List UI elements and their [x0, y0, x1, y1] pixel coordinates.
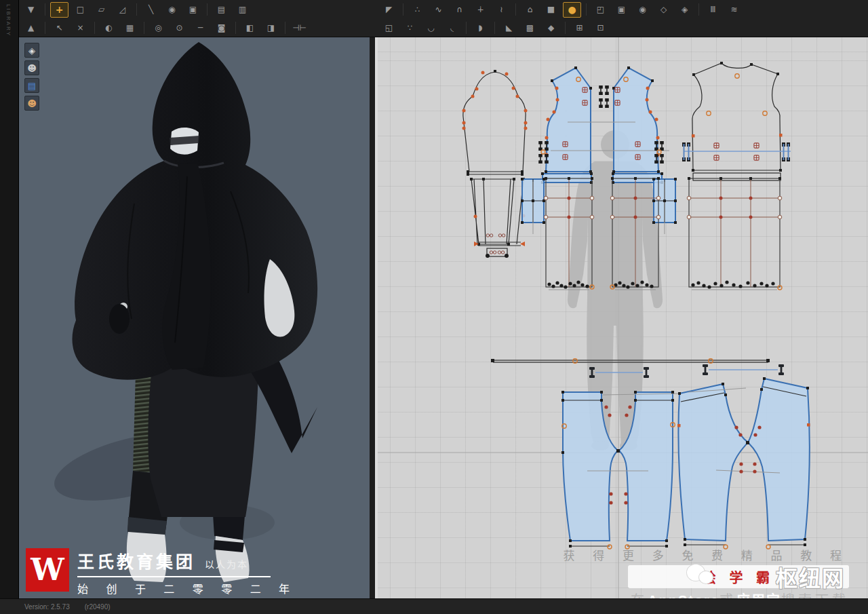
- free-sewing-icon[interactable]: ◡: [422, 20, 440, 36]
- garment-display-icon[interactable]: ▣: [184, 2, 202, 18]
- status-bar: Version: 2.5.73 (r20490): [0, 598, 868, 614]
- pattern-piece-side-panel-left[interactable]: [521, 178, 545, 234]
- toolbar-separator: [698, 3, 699, 16]
- edit-pattern-icon[interactable]: ∴: [408, 2, 427, 18]
- grading-icon[interactable]: ⊞: [570, 20, 589, 36]
- toolbar-separator: [45, 3, 45, 16]
- internal-rectangle-icon[interactable]: ▣: [612, 2, 631, 18]
- arrangement-pants-icon[interactable]: ▥: [233, 2, 252, 18]
- toolbar-3d-row1: ▼+□▱◿╲◉▣▤▥: [20, 1, 253, 18]
- watermark-left: W 王氏教育集团 以人为本 始 创 于 二 零 零 二 年: [26, 548, 297, 596]
- brush-icon[interactable]: ◉: [163, 2, 181, 18]
- edit-curve-point-icon[interactable]: ∩: [450, 2, 469, 18]
- polygon-tool-icon[interactable]: ⌂: [521, 2, 539, 18]
- edit-sewing-icon[interactable]: ◱: [380, 20, 398, 36]
- toolbar-separator: [136, 3, 137, 16]
- appstore-text: AppStore: [648, 593, 719, 598]
- symmetry-icon[interactable]: ⊣⊢: [290, 20, 309, 36]
- pleats-fold-icon[interactable]: ≋: [725, 2, 743, 18]
- transform-pattern-icon[interactable]: ◤: [380, 2, 398, 18]
- toolbar-separator: [494, 22, 495, 34]
- flatten-left-icon[interactable]: ◧: [241, 20, 259, 36]
- toolbar-separator: [207, 3, 208, 16]
- toolbar-separator: [466, 22, 467, 34]
- watermark-right: 获 得 更 多 免 费 精 品 教 程 绘 学 霸 枢纽网 在AppStore或…: [563, 546, 849, 598]
- wang-education-logo: W: [26, 548, 69, 592]
- watermark-title: 王氏教育集团: [77, 548, 195, 573]
- toolbar-separator: [45, 22, 45, 34]
- internal-circle-icon[interactable]: ◉: [633, 2, 652, 18]
- rectangle-tool-icon[interactable]: ■: [542, 2, 560, 18]
- tack-arrow-icon[interactable]: ◣: [500, 20, 518, 36]
- fastener-marks-back: [682, 142, 790, 161]
- base-line-icon[interactable]: ◈: [675, 2, 694, 18]
- lasso-select-icon[interactable]: ▱: [92, 2, 111, 18]
- pattern-2d-window[interactable]: .pout{fill:none;stroke:#2b2b2b;stroke-wi…: [375, 37, 868, 598]
- pattern-piece-pants-back[interactable]: [677, 377, 810, 549]
- library-side-strip[interactable]: LIBRARY: [0, 0, 19, 598]
- buttonhole-icon[interactable]: ◎: [149, 20, 167, 36]
- pattern-map-icon[interactable]: ▦: [121, 20, 139, 36]
- toolbar-separator: [285, 22, 285, 34]
- fabric-strain-icon[interactable]: ◐: [100, 20, 118, 36]
- pattern-piece-bodice-front-right[interactable]: [612, 66, 660, 173]
- toolbar-separator: [94, 22, 95, 34]
- avatar-3d-render[interactable]: [19, 37, 370, 598]
- toolbar-separator: [235, 22, 236, 34]
- circle-tool-icon[interactable]: ●: [563, 2, 581, 18]
- toolbar-separator: [565, 22, 566, 34]
- pleats-icon[interactable]: Ⅲ: [704, 2, 722, 18]
- dart-polygon-icon[interactable]: ◰: [591, 2, 610, 18]
- move-pattern-icon[interactable]: ◆: [542, 20, 560, 36]
- scissors-icon[interactable]: ×: [71, 20, 90, 36]
- tack-on-avatar-icon[interactable]: ↖: [50, 20, 68, 36]
- button-icon[interactable]: ⊙: [170, 20, 189, 36]
- show-garment-button[interactable]: ◈: [24, 43, 39, 58]
- edit-curvature-icon[interactable]: ∿: [429, 2, 448, 18]
- box-select-icon[interactable]: □: [71, 2, 90, 18]
- select-move-icon[interactable]: +: [50, 2, 68, 18]
- pattern-canvas[interactable]: .pout{fill:none;stroke:#2b2b2b;stroke-wi…: [375, 37, 868, 598]
- viewport-display-buttons: ◈☻▤☻: [24, 43, 39, 111]
- site-name: 枢纽网: [776, 561, 845, 592]
- add-point-icon[interactable]: ∔: [471, 2, 490, 18]
- watermark-brand-band: 绘 学 霸 枢纽网: [628, 565, 849, 588]
- pattern-piece-gauntlet[interactable]: [470, 178, 526, 258]
- watermark-divider: [77, 576, 271, 577]
- pin-icon[interactable]: ╲: [142, 2, 160, 18]
- top-toolbar: ▼+□▱◿╲◉▣▤▥ ▲↖×◐▦◎⊙─◙◧◨⊣⊢ ◤∴∿∩∔≀⌂■●◰▣◉◇◈Ⅲ…: [0, 0, 868, 37]
- fabric-texture-icon[interactable]: ▩: [521, 20, 539, 36]
- tack-sewing-icon[interactable]: ∵: [401, 20, 419, 36]
- pattern-piece-bodice-back[interactable]: [682, 62, 791, 180]
- yingyongbao-text: 应用宝: [736, 593, 781, 598]
- grading-edit-icon[interactable]: ⊡: [591, 20, 610, 36]
- pin-lock-icon[interactable]: ◙: [212, 20, 231, 36]
- simulate-icon[interactable]: ▼: [22, 2, 40, 18]
- pattern-piece-bodice-front-left[interactable]: [545, 66, 592, 173]
- mn-sewing-icon[interactable]: ◟: [443, 20, 461, 36]
- watermark-subtitle: 始 创 于 二 零 零 二 年: [77, 580, 297, 596]
- or-text: 或: [719, 593, 736, 598]
- version-label: Version: 2.5.73: [24, 603, 70, 611]
- flatten-right-icon[interactable]: ◨: [262, 20, 280, 36]
- viewport-3d[interactable]: ◈☻▤☻ W 王氏教育集团 以人为本 始 创 于 二 零 零 二 年: [19, 37, 370, 598]
- pattern-piece-sleeve[interactable]: [462, 70, 528, 176]
- add-curve-point-icon[interactable]: ≀: [492, 2, 511, 18]
- download-text: 在: [631, 593, 648, 598]
- pattern-piece-skirt-back[interactable]: [687, 177, 782, 290]
- avatar-skin-button[interactable]: ☻: [24, 96, 39, 111]
- watermark-tagline: 以人为本: [205, 557, 248, 571]
- drag-select-icon[interactable]: ◿: [113, 2, 132, 18]
- fold-arrangement-icon[interactable]: ▤: [212, 2, 231, 18]
- marvelous-designer-window: ▼+□▱◿╲◉▣▤▥ ▲↖×◐▦◎⊙─◙◧◨⊣⊢ ◤∴∿∩∔≀⌂■●◰▣◉◇◈Ⅲ…: [0, 0, 868, 614]
- toolbar-3d-row2: ▲↖×◐▦◎⊙─◙◧◨⊣⊢: [20, 19, 310, 37]
- seam-line-icon[interactable]: ─: [191, 20, 210, 36]
- avatar-pose-icon[interactable]: ▲: [22, 20, 40, 36]
- library-tab-label[interactable]: LIBRARY: [5, 4, 12, 37]
- toolbar-separator: [515, 3, 516, 16]
- show-avatar-button[interactable]: ☻: [24, 60, 39, 75]
- iron-icon[interactable]: ◗: [471, 20, 490, 36]
- dart-diamond-icon[interactable]: ◇: [654, 2, 673, 18]
- toolbar-separator: [586, 3, 587, 16]
- fabric-library-button[interactable]: ▤: [24, 78, 39, 93]
